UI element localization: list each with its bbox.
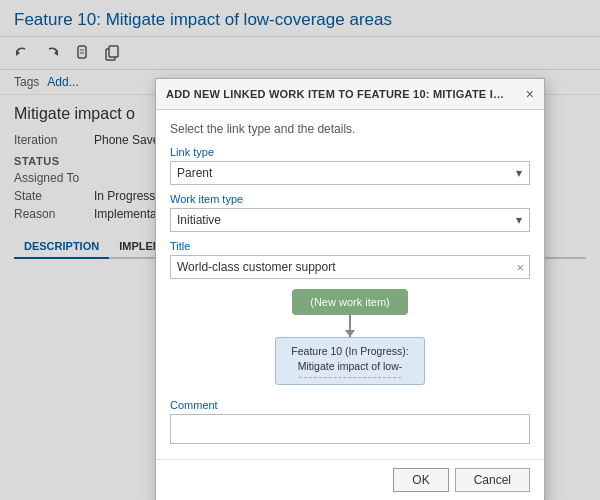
diagram-arrow	[349, 315, 351, 337]
diagram-feature-box: Feature 10 (In Progress):Mitigate impact…	[275, 337, 425, 385]
link-type-select[interactable]: Parent Child Related	[170, 161, 530, 185]
work-item-type-select[interactable]: Initiative Feature Epic	[170, 208, 530, 232]
cancel-button[interactable]: Cancel	[455, 468, 530, 492]
modal-overlay: ADD NEW LINKED WORK ITEM TO FEATURE 10: …	[0, 0, 600, 500]
title-clear-button[interactable]: ×	[516, 260, 524, 275]
modal-header-title: ADD NEW LINKED WORK ITEM TO FEATURE 10: …	[166, 88, 506, 100]
comment-label: Comment	[170, 399, 530, 411]
title-label: Title	[170, 240, 530, 252]
modal-footer: OK Cancel	[156, 459, 544, 500]
work-item-type-select-wrapper: Initiative Feature Epic	[170, 208, 530, 232]
diagram-area: (New work item) Feature 10 (In Progress)…	[170, 289, 530, 389]
work-item-type-label: Work item type	[170, 193, 530, 205]
modal-header: ADD NEW LINKED WORK ITEM TO FEATURE 10: …	[156, 79, 544, 110]
link-type-select-wrapper: Parent Child Related	[170, 161, 530, 185]
modal-body: Select the link type and the details. Li…	[156, 110, 544, 459]
diagram-new-item: (New work item)	[292, 289, 407, 315]
add-linked-work-item-modal: ADD NEW LINKED WORK ITEM TO FEATURE 10: …	[155, 78, 545, 500]
modal-close-button[interactable]: ×	[526, 86, 534, 102]
ok-button[interactable]: OK	[393, 468, 448, 492]
title-input[interactable]	[170, 255, 530, 279]
link-type-label: Link type	[170, 146, 530, 158]
title-input-wrapper: ×	[170, 255, 530, 279]
modal-subtitle: Select the link type and the details.	[170, 122, 530, 136]
comment-input[interactable]	[170, 414, 530, 444]
